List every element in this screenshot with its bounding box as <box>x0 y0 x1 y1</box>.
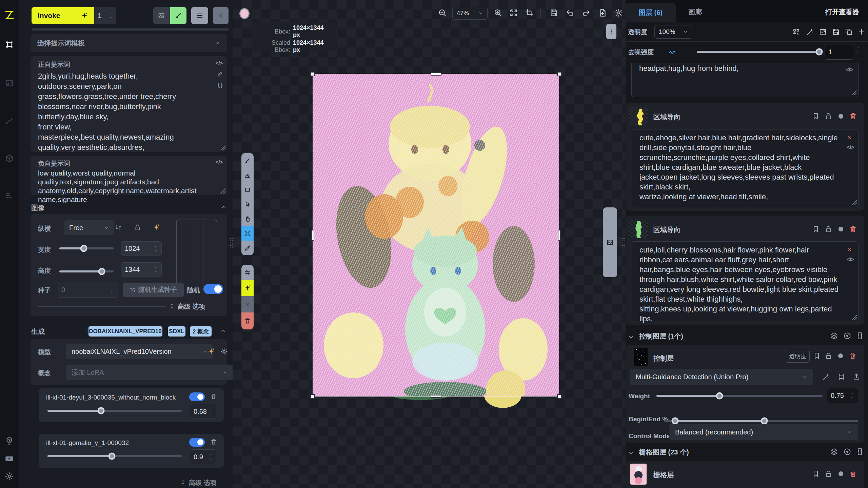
denoise-slider[interactable] <box>697 51 821 53</box>
code-embed-icon[interactable]: </> <box>846 67 853 73</box>
advanced-options-label[interactable]: 高级 选项 <box>178 302 205 311</box>
tab-layers[interactable]: 图层 (6) <box>626 3 676 22</box>
invoke-button[interactable]: Invoke <box>32 7 94 24</box>
begin-end-slider[interactable] <box>664 420 858 422</box>
denoise-input[interactable]: 1 <box>825 44 853 60</box>
unfold-icon[interactable] <box>180 479 186 485</box>
bookmark-icon[interactable] <box>813 352 821 360</box>
negative-prompt-input[interactable]: low quality,worst quality,normal quality… <box>38 169 214 204</box>
bbox-handle[interactable] <box>557 72 561 76</box>
link-prompts-icon[interactable] <box>217 71 223 78</box>
bookmark-icon[interactable] <box>812 470 820 478</box>
braces-icon[interactable]: { } <box>218 82 222 88</box>
trash-icon[interactable] <box>849 225 857 233</box>
remove-prompt-icon[interactable] <box>846 134 852 140</box>
visibility-icon[interactable] <box>843 448 851 456</box>
resize-grip-icon[interactable] <box>220 188 225 194</box>
model-settings-icon[interactable] <box>220 348 228 355</box>
random-seed-toggle[interactable] <box>203 284 223 294</box>
trash-icon[interactable] <box>849 112 857 120</box>
resources-icon[interactable] <box>5 436 14 446</box>
collapse-icon[interactable] <box>220 328 226 334</box>
seed-input[interactable]: 0 <box>58 282 118 298</box>
height-input[interactable]: 1344 <box>121 262 162 277</box>
device-icon[interactable] <box>856 332 864 340</box>
code-embed-icon[interactable]: </> <box>847 257 854 263</box>
regional-prompt-text[interactable]: headpat,hug,hug from behind, <box>639 63 841 73</box>
filter-button[interactable] <box>241 265 254 280</box>
lock-icon[interactable] <box>825 470 833 478</box>
bbox-nodes-icon[interactable] <box>837 373 846 381</box>
lora-weight-slider[interactable] <box>47 455 182 457</box>
regional-prompt-text[interactable]: cute,ahoge,silver hair,blue hair,gradien… <box>639 133 842 202</box>
panel-resize-handle[interactable] <box>229 237 233 249</box>
bbox-handle[interactable] <box>431 395 441 398</box>
device-icon[interactable] <box>856 448 864 456</box>
optimize-size-icon[interactable] <box>153 224 160 231</box>
export-icon[interactable] <box>852 373 861 381</box>
resize-grip-icon[interactable] <box>851 89 856 95</box>
collapse-icon[interactable] <box>221 204 227 210</box>
nav-queue-icon[interactable] <box>5 191 14 200</box>
lora-toggle[interactable] <box>189 438 205 447</box>
visibility-dot-icon[interactable] <box>837 225 845 233</box>
brush-tool[interactable] <box>241 153 254 168</box>
bookmark-icon[interactable] <box>812 225 820 233</box>
unfold-icon[interactable] <box>169 303 175 309</box>
nav-upscale-icon[interactable] <box>5 79 14 88</box>
resize-grip-icon[interactable] <box>851 314 857 320</box>
delete-button[interactable] <box>241 312 254 329</box>
fit-bbox-icon[interactable] <box>525 8 534 17</box>
lora-weight-input[interactable]: 0.68 <box>190 404 216 419</box>
generation-bbox[interactable] <box>313 74 559 396</box>
open-viewer-link[interactable]: 打开查看器 <box>825 7 859 17</box>
add-layer-icon[interactable] <box>857 28 866 36</box>
weight-input[interactable]: 0.75 <box>827 388 858 403</box>
bbox-handle[interactable] <box>557 394 561 399</box>
lock-icon[interactable] <box>825 225 833 233</box>
prompt-template-selector[interactable]: 选择提示词模板 <box>31 34 227 52</box>
raster-layer[interactable]: 栅格层 <box>626 461 864 488</box>
trash-icon[interactable] <box>849 352 857 360</box>
nav-workflows-icon[interactable] <box>5 117 14 126</box>
width-input[interactable]: 1024 <box>121 241 162 256</box>
frame-icon[interactable] <box>819 28 827 36</box>
queue-count-arrows[interactable] <box>109 12 113 19</box>
eyedropper-tool[interactable] <box>241 241 254 255</box>
tab-gallery[interactable]: 画廊 <box>688 7 702 17</box>
settings-icon[interactable] <box>5 472 14 481</box>
bbox-handle[interactable] <box>311 72 315 76</box>
eraser-tool[interactable] <box>241 168 254 182</box>
zoom-in-icon[interactable] <box>494 8 502 17</box>
visibility-dot-icon[interactable] <box>837 112 845 120</box>
merge-layers-icon[interactable] <box>792 28 800 36</box>
trash-icon[interactable] <box>210 439 217 445</box>
advanced-options-label[interactable]: 高级 选项 <box>189 479 216 487</box>
regional-guidance-layer[interactable]: 区域导向 cute,loli,cherry blossoms,hair flow… <box>626 216 864 325</box>
opacity-badge-button[interactable]: 透明度 <box>786 350 810 363</box>
lora-weight-slider[interactable] <box>47 410 182 412</box>
swap-dimensions-icon[interactable] <box>115 224 122 231</box>
canvas-stage[interactable]: 47% Bbox: 1024×1344 px Scaled Bbox: 1024… <box>233 0 626 488</box>
menu-button[interactable] <box>191 7 208 24</box>
panel-resize-handle[interactable] <box>622 237 625 249</box>
layers-icon[interactable] <box>830 448 838 456</box>
positive-prompt-input[interactable]: 2girls,yuri,hug,heads together, outdoors… <box>38 71 208 152</box>
gallery-pull-tab[interactable] <box>603 207 617 277</box>
height-slider[interactable] <box>59 270 114 272</box>
lock-icon[interactable] <box>825 112 833 120</box>
save-icon[interactable] <box>832 28 840 36</box>
zoom-out-icon[interactable] <box>438 8 447 17</box>
color-swatch[interactable] <box>239 8 250 19</box>
viewer-mode-button[interactable] <box>153 7 170 24</box>
control-mode-select[interactable]: Balanced (recommended) <box>669 424 858 440</box>
bbox-handle[interactable] <box>558 230 561 241</box>
zoom-level-select[interactable]: 47% <box>452 7 488 20</box>
redo-icon[interactable] <box>582 8 591 17</box>
regional-prompt-box[interactable]: cute,ahoge,silver hair,blue hair,gradien… <box>632 129 859 207</box>
save-to-gallery-icon[interactable] <box>598 8 607 17</box>
queue-count-stepper[interactable]: 1 <box>95 7 116 24</box>
canvas-settings-icon[interactable] <box>614 8 623 17</box>
lock-icon[interactable] <box>825 352 833 360</box>
regional-guidance-layer[interactable]: 区域导向 cute,ahoge,silver hair,blue hair,gr… <box>626 103 864 211</box>
